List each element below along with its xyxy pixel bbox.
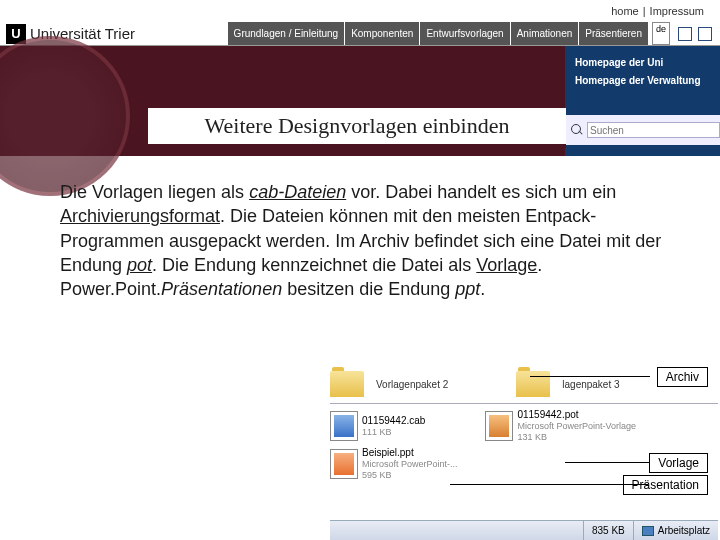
term-praesentationen: Präsentationen	[161, 279, 282, 299]
header-row: U Universität Trier Grundlagen / Einleit…	[0, 22, 720, 46]
term-archivformat: Archivierungsformat	[60, 206, 220, 226]
tab-praesentieren[interactable]: Präsentieren	[579, 22, 648, 45]
page-title: Weitere Designvorlagen einbinden	[148, 108, 566, 148]
nav-tabs: Grundlagen / Einleitung Komponenten Entw…	[228, 22, 670, 45]
tab-entwurfsvorlagen[interactable]: Entwurfsvorlagen	[420, 22, 509, 45]
term-pot: pot	[127, 255, 152, 275]
callout-line	[565, 462, 650, 463]
search-input[interactable]	[587, 122, 720, 138]
search-icon	[569, 122, 583, 138]
search-bar	[565, 115, 720, 145]
link-homepage-verwaltung[interactable]: Homepage der Verwaltung	[575, 72, 710, 90]
language-selector[interactable]: de	[652, 22, 670, 45]
status-location: Arbeitsplatz	[633, 521, 718, 540]
divider	[330, 403, 718, 404]
tab-komponenten[interactable]: Komponenten	[345, 22, 419, 45]
home-link[interactable]: home	[611, 5, 639, 17]
term-cab: cab-Dateien	[249, 182, 346, 202]
pot-file-icon	[485, 411, 513, 441]
callout-praesentation: Präsentation	[623, 475, 708, 495]
tab-grundlagen[interactable]: Grundlagen / Einleitung	[228, 22, 345, 45]
callout-line	[530, 376, 650, 377]
tool-icons	[670, 27, 720, 41]
folder-icon	[330, 371, 364, 397]
file-item[interactable]: 01159442.cab 111 KB	[362, 415, 425, 438]
term-vorlage: Vorlage	[476, 255, 537, 275]
tab-animationen[interactable]: Animationen	[511, 22, 579, 45]
monitor-icon	[642, 526, 654, 536]
file-item[interactable]: Beispiel.ppt Microsoft PowerPoint-... 59…	[362, 447, 458, 481]
cab-file-icon	[330, 411, 358, 441]
explorer-statusbar: 835 KB Arbeitsplatz	[330, 520, 718, 540]
callout-vorlage: Vorlage	[649, 453, 708, 473]
callout-archiv: Archiv	[657, 367, 708, 387]
folder-label[interactable]: lagenpaket 3	[562, 379, 619, 390]
link-homepage-uni[interactable]: Homepage der Uni	[575, 54, 710, 72]
folder-icon	[516, 371, 550, 397]
ppt-file-icon	[330, 449, 358, 479]
status-size: 835 KB	[583, 521, 633, 540]
folder-label[interactable]: Vorlagenpaket 2	[376, 379, 448, 390]
impressum-link[interactable]: Impressum	[650, 5, 704, 17]
folder-icon[interactable]	[698, 27, 712, 41]
separator: |	[643, 5, 646, 17]
university-seal-icon	[0, 36, 130, 196]
callout-line	[450, 484, 648, 485]
body-text: Die Vorlagen liegen als cab-Dateien vor.…	[60, 180, 665, 301]
top-utility-bar: home | Impressum	[0, 0, 720, 22]
file-item[interactable]: 01159442.pot Microsoft PowerPoint-Vorlag…	[517, 409, 636, 443]
sitemap-icon[interactable]	[678, 27, 692, 41]
term-ppt: ppt	[455, 279, 480, 299]
file-explorer-snippet: Vorlagenpaket 2 lagenpaket 3 01159442.ca…	[330, 365, 718, 483]
